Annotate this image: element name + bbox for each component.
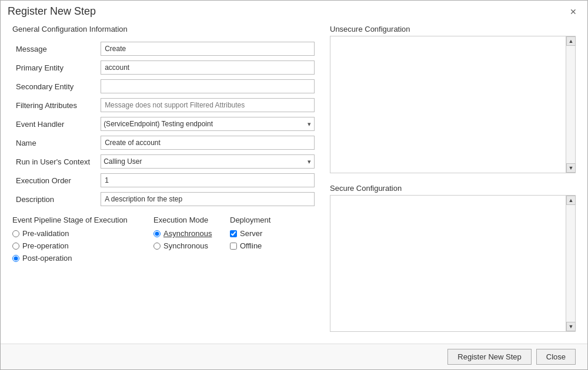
message-row: Message <box>12 39 318 58</box>
asynchronous-radio[interactable] <box>153 230 161 237</box>
event-handler-cell: (ServiceEndpoint) Testing endpoint <box>97 115 318 133</box>
left-panel: General Configuration Information Messag… <box>12 20 318 338</box>
unsecure-config-scrollbar: ▲ ▼ <box>566 36 575 173</box>
run-in-context-cell: Calling User <box>97 152 318 171</box>
pre-operation-item[interactable]: Pre-operation <box>12 241 153 250</box>
window-close-button[interactable]: ✕ <box>566 6 580 17</box>
secure-config-section: Secure Configuration ▲ ▼ <box>330 179 576 332</box>
name-input[interactable] <box>101 136 315 150</box>
offline-item[interactable]: Offline <box>230 241 318 250</box>
dialog-footer: Register New Step Close <box>1 344 587 369</box>
register-new-step-button[interactable]: Register New Step <box>447 349 531 365</box>
run-in-context-row: Run in User's Context Calling User <box>12 152 318 171</box>
run-in-context-select[interactable]: Calling User <box>101 154 315 169</box>
title-bar: Register New Step ✕ <box>1 1 587 20</box>
secure-config-title: Secure Configuration <box>330 184 576 193</box>
secure-config-container[interactable]: ▲ ▼ <box>330 195 576 332</box>
asynchronous-label: Asynchronous <box>163 229 212 238</box>
name-cell <box>97 133 318 152</box>
execution-order-input[interactable] <box>101 173 315 187</box>
message-cell <box>97 39 318 58</box>
secure-config-scrollbar: ▲ ▼ <box>566 196 575 332</box>
event-handler-label: Event Handler <box>12 115 97 133</box>
general-config-title: General Configuration Information <box>12 25 318 33</box>
filtering-attributes-row: Filtering Attributes <box>12 96 318 115</box>
execution-order-cell <box>97 171 318 190</box>
post-operation-label: Post-operation <box>22 254 72 263</box>
pre-validation-item[interactable]: Pre-validation <box>12 229 153 238</box>
description-row: Description <box>12 190 318 208</box>
pre-validation-label: Pre-validation <box>22 229 69 238</box>
name-label: Name <box>12 133 97 152</box>
run-in-context-label: Run in User's Context <box>12 152 97 171</box>
primary-entity-label: Primary Entity <box>12 58 97 77</box>
unsecure-config-section: Unsecure Configuration ▲ ▼ <box>330 20 576 173</box>
execution-order-label: Execution Order <box>12 171 97 190</box>
offline-checkbox[interactable] <box>230 243 237 250</box>
pipeline-section: Event Pipeline Stage of Execution Pre-va… <box>12 216 153 263</box>
event-handler-select[interactable]: (ServiceEndpoint) Testing endpoint <box>101 117 315 131</box>
secondary-entity-input[interactable] <box>101 79 315 93</box>
post-operation-item[interactable]: Post-operation <box>12 254 153 263</box>
unsecure-scrollbar-up[interactable]: ▲ <box>566 36 576 46</box>
form-table: Message Primary Entity Secondary Entity <box>12 39 318 208</box>
pre-operation-radio[interactable] <box>12 243 19 250</box>
unsecure-config-container[interactable]: ▲ ▼ <box>330 36 576 173</box>
pipeline-radio-group: Pre-validation Pre-operation Post-operat… <box>12 229 153 263</box>
synchronous-item[interactable]: Synchronous <box>153 241 230 250</box>
right-panel: Unsecure Configuration ▲ ▼ Secure Config… <box>330 20 576 338</box>
register-new-step-dialog: Register New Step ✕ General Configuratio… <box>0 0 588 370</box>
secondary-entity-row: Secondary Entity <box>12 77 318 96</box>
dialog-title: Register New Step <box>8 5 96 18</box>
execution-mode-section: Execution Mode Asynchronous Synchronous <box>153 216 230 263</box>
name-row: Name <box>12 133 318 152</box>
secondary-entity-label: Secondary Entity <box>12 77 97 96</box>
offline-label: Offline <box>240 241 262 250</box>
close-button[interactable]: Close <box>536 349 576 365</box>
secondary-entity-cell <box>97 77 318 96</box>
primary-entity-cell <box>97 58 318 77</box>
unsecure-config-title: Unsecure Configuration <box>330 25 576 33</box>
primary-entity-input[interactable] <box>101 60 315 75</box>
synchronous-label: Synchronous <box>163 241 208 250</box>
filtering-attributes-cell <box>97 96 318 115</box>
secure-scrollbar-up[interactable]: ▲ <box>566 196 576 205</box>
filtering-attributes-input[interactable] <box>101 98 315 112</box>
deployment-checkbox-group: Server Offline <box>230 229 318 250</box>
event-handler-select-wrapper: (ServiceEndpoint) Testing endpoint <box>101 117 315 131</box>
execution-mode-title: Execution Mode <box>153 216 230 224</box>
pipeline-title: Event Pipeline Stage of Execution <box>12 216 153 224</box>
dialog-body: General Configuration Information Messag… <box>1 20 587 344</box>
asynchronous-item[interactable]: Asynchronous <box>153 229 230 238</box>
primary-entity-row: Primary Entity <box>12 58 318 77</box>
filtering-attributes-label: Filtering Attributes <box>12 96 97 115</box>
execution-mode-radio-group: Asynchronous Synchronous <box>153 229 230 250</box>
message-label: Message <box>12 39 97 58</box>
pre-operation-label: Pre-operation <box>22 241 69 250</box>
synchronous-radio[interactable] <box>153 243 161 250</box>
description-cell <box>97 190 318 208</box>
secure-scrollbar-down[interactable]: ▼ <box>566 322 576 331</box>
deployment-section: Deployment Server Offline <box>230 216 318 263</box>
bottom-section: Event Pipeline Stage of Execution Pre-va… <box>12 216 318 263</box>
unsecure-scrollbar-down[interactable]: ▼ <box>566 163 576 173</box>
description-label: Description <box>12 190 97 208</box>
execution-order-row: Execution Order <box>12 171 318 190</box>
run-in-context-select-wrapper: Calling User <box>101 154 315 169</box>
post-operation-radio[interactable] <box>12 255 19 262</box>
deployment-title: Deployment <box>230 216 318 224</box>
server-checkbox[interactable] <box>230 230 237 237</box>
description-input[interactable] <box>101 192 315 206</box>
server-item[interactable]: Server <box>230 229 318 238</box>
pre-validation-radio[interactable] <box>12 230 19 237</box>
event-handler-row: Event Handler (ServiceEndpoint) Testing … <box>12 115 318 133</box>
message-input[interactable] <box>101 42 315 56</box>
server-label: Server <box>240 229 262 238</box>
